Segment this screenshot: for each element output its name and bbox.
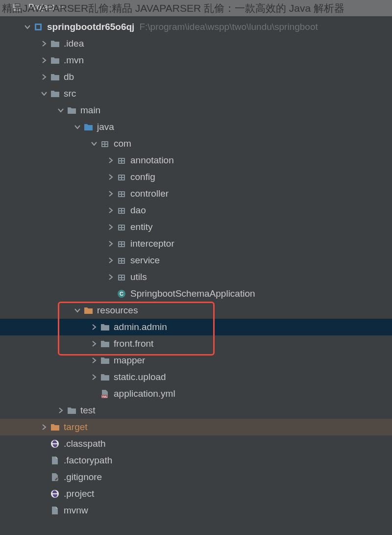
chevron-down-icon[interactable] bbox=[40, 90, 48, 98]
tree-label: springbootdr65o6qj bbox=[47, 22, 134, 32]
tree-item-src[interactable]: src bbox=[0, 85, 392, 102]
chevron-right-icon[interactable] bbox=[107, 240, 115, 248]
tree-item-classpath[interactable]: .classpath bbox=[0, 435, 392, 452]
tree-item-gitignore[interactable]: .gitignore bbox=[0, 469, 392, 485]
chevron-right-icon[interactable] bbox=[40, 423, 48, 431]
tree-item-controller[interactable]: controller bbox=[0, 185, 392, 202]
tree-label: .idea bbox=[64, 38, 84, 49]
tree-label: .gitignore bbox=[64, 472, 102, 483]
tree-item-project[interactable]: .project bbox=[0, 485, 392, 502]
package-icon bbox=[117, 205, 126, 215]
chevron-right-icon[interactable] bbox=[90, 373, 98, 381]
tree-path: F:\program\idea\wspp\two\lundu\springboo… bbox=[139, 22, 318, 32]
tree-label: controller bbox=[130, 188, 169, 199]
tree-label: test bbox=[80, 405, 96, 416]
tree-item-static-upload[interactable]: static.upload bbox=[0, 369, 392, 385]
class-icon bbox=[117, 289, 126, 299]
tree-label: main bbox=[80, 105, 100, 116]
tree-item-dao[interactable]: dao bbox=[0, 202, 392, 219]
chevron-right-icon[interactable] bbox=[107, 256, 115, 264]
chevron-down-icon[interactable] bbox=[90, 140, 98, 148]
tree-label: target bbox=[64, 422, 88, 433]
tree-item-annotation[interactable]: annotation bbox=[0, 152, 392, 169]
folder-icon bbox=[100, 356, 110, 365]
package-icon bbox=[117, 272, 126, 282]
chevron-right-icon[interactable] bbox=[107, 273, 115, 281]
tree-label: service bbox=[130, 255, 160, 266]
file-icon bbox=[50, 456, 60, 465]
gitignore-file-icon bbox=[50, 472, 60, 482]
tree-item-mvnw[interactable]: mvnw bbox=[0, 502, 392, 519]
tree-item-db[interactable]: db bbox=[0, 69, 392, 85]
excluded-folder-icon bbox=[50, 422, 60, 432]
resources-folder-icon bbox=[83, 306, 93, 315]
tree-item-service[interactable]: service bbox=[0, 252, 392, 269]
tree-item-front-front[interactable]: front.front bbox=[0, 335, 392, 352]
chevron-right-icon[interactable] bbox=[107, 173, 115, 181]
tree-label: front.front bbox=[114, 338, 153, 349]
tree-item-springboot-app[interactable]: SpringbootSchemaApplication bbox=[0, 285, 392, 302]
tree-item-interceptor[interactable]: interceptor bbox=[0, 235, 392, 252]
package-icon bbox=[117, 155, 126, 165]
chevron-right-icon[interactable] bbox=[40, 73, 48, 81]
chevron-right-icon[interactable] bbox=[107, 156, 115, 164]
eclipse-file-icon bbox=[50, 489, 60, 499]
chevron-right-icon[interactable] bbox=[40, 56, 48, 64]
tree-item-test[interactable]: test bbox=[0, 402, 392, 419]
file-icon bbox=[50, 506, 60, 515]
chevron-right-icon[interactable] bbox=[107, 206, 115, 214]
tree-label: entity bbox=[130, 222, 152, 232]
tree-label: .classpath bbox=[64, 438, 106, 449]
folder-icon bbox=[100, 322, 110, 332]
source-folder-icon bbox=[83, 122, 93, 132]
tree-item-idea[interactable]: .idea bbox=[0, 35, 392, 52]
tree-item-entity[interactable]: entity bbox=[0, 219, 392, 235]
folder-icon bbox=[50, 55, 60, 65]
chevron-right-icon[interactable] bbox=[107, 190, 115, 198]
folder-icon bbox=[50, 72, 60, 82]
overlay-title: 精品JAVAPARSER乱偷;精品 JAVAPARSER 乱偷：一款高效的 Ja… bbox=[0, 0, 392, 16]
tree-item-java[interactable]: java bbox=[0, 119, 392, 135]
folder-icon bbox=[100, 339, 110, 349]
project-tree: springbootdr65o6qj F:\program\idea\wspp\… bbox=[0, 19, 392, 519]
package-icon bbox=[117, 255, 126, 265]
tree-item-mvn[interactable]: .mvn bbox=[0, 52, 392, 69]
tree-item-root[interactable]: springbootdr65o6qj F:\program\idea\wspp\… bbox=[0, 19, 392, 35]
chevron-down-icon[interactable] bbox=[74, 306, 81, 314]
tree-label: com bbox=[114, 138, 131, 149]
tree-label: .mvn bbox=[64, 55, 84, 66]
package-icon bbox=[117, 239, 126, 249]
tree-item-application-yml[interactable]: application.yml bbox=[0, 385, 392, 402]
chevron-right-icon[interactable] bbox=[90, 323, 98, 331]
tree-label: utils bbox=[130, 272, 147, 282]
tree-item-admin-admin[interactable]: admin.admin bbox=[0, 319, 392, 335]
chevron-down-icon[interactable] bbox=[24, 23, 31, 31]
tree-item-com[interactable]: com bbox=[0, 135, 392, 152]
chevron-right-icon[interactable] bbox=[90, 340, 98, 348]
tree-item-mapper[interactable]: mapper bbox=[0, 352, 392, 369]
tree-label: static.upload bbox=[114, 372, 166, 382]
tree-label: .factorypath bbox=[64, 455, 112, 466]
tree-item-resources[interactable]: resources bbox=[0, 302, 392, 319]
tree-label: interceptor bbox=[130, 238, 174, 249]
chevron-right-icon[interactable] bbox=[40, 40, 48, 48]
module-icon bbox=[33, 22, 43, 32]
tree-item-config[interactable]: config bbox=[0, 169, 392, 185]
package-icon bbox=[117, 189, 126, 199]
tree-item-utils[interactable]: utils bbox=[0, 269, 392, 285]
folder-icon bbox=[100, 372, 110, 382]
chevron-right-icon[interactable] bbox=[57, 407, 65, 414]
tree-item-target[interactable]: target bbox=[0, 419, 392, 435]
chevron-right-icon[interactable] bbox=[107, 223, 115, 231]
chevron-right-icon[interactable] bbox=[90, 357, 98, 364]
chevron-down-icon[interactable] bbox=[57, 106, 65, 114]
eclipse-file-icon bbox=[50, 439, 60, 449]
tree-item-factorypath[interactable]: .factorypath bbox=[0, 452, 392, 469]
package-icon bbox=[117, 172, 126, 182]
tree-label: mvnw bbox=[64, 505, 88, 516]
overlay-text: 精品JAVAPARSER乱偷;精品 JAVAPARSER 乱偷：一款高效的 Ja… bbox=[2, 2, 344, 14]
tree-label: config bbox=[130, 172, 155, 182]
tree-label: annotation bbox=[130, 155, 174, 166]
chevron-down-icon[interactable] bbox=[74, 123, 81, 131]
tree-item-main[interactable]: main bbox=[0, 102, 392, 119]
